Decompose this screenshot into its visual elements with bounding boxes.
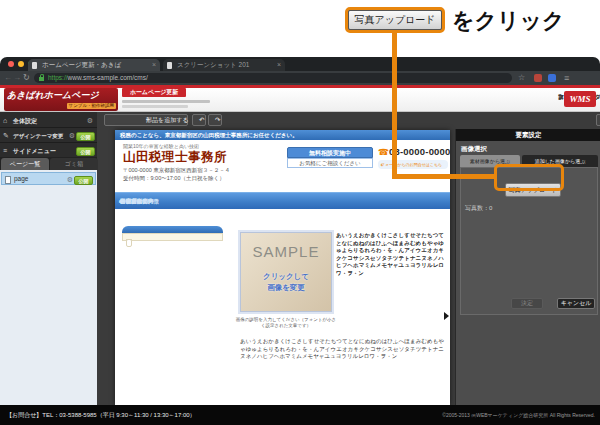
left-sidebar: ⌂ 全体設定 ⚙ ✎ デザインテーマ変更 ⚙ 公開 ≡ サイドメニュー 公開 ペ… <box>0 112 97 405</box>
callout-connector-vertical <box>392 31 397 179</box>
status-copyright: ©2005-2013 ㈱WEBマーケティング総合研究所 All Rights R… <box>442 405 595 425</box>
tab-trash[interactable]: ゴミ箱 <box>50 158 98 170</box>
body-paragraph-wide[interactable]: あいうえおかきくけこさしすせそたちつてとなにぬねのはひふへほまみむめもやゃゆゅよ… <box>240 338 444 361</box>
sample-badge: サンプル・動作確認用 <box>67 103 116 109</box>
form-contact-link[interactable]: ▸ フォームからのお問合せはこちら <box>378 160 448 169</box>
editor-shell: ⌂ 全体設定 ⚙ ✎ デザインテーマ変更 ⚙ 公開 ≡ サイドメニュー 公開 ペ… <box>0 112 600 405</box>
site-nav-bar: ▸トップページ ▸当事務所の特徴 ▸サービス案内 ▸料金案内 ▸お客さまの声 ▸… <box>115 192 450 209</box>
account-info-line <box>122 105 188 108</box>
back-icon[interactable]: ← <box>4 71 12 85</box>
url-scheme: https:// <box>48 74 68 81</box>
extension-icon[interactable] <box>534 74 542 82</box>
service-logo-title: あきばれホームページ <box>7 89 99 102</box>
window-minimize-icon[interactable] <box>18 61 24 67</box>
menu-lines-icon: ≡ <box>3 144 7 158</box>
confirm-button[interactable]: 決定 <box>511 298 543 309</box>
body-paragraph[interactable]: あいうえおかきくけこさしすせそたちつてとなにぬねのはひふへほまみむめもやゃゆゅよ… <box>336 232 444 277</box>
redo-button[interactable]: ↷ <box>208 114 222 126</box>
service-logo: あきばれホームページ サンプル・動作確認用 <box>4 88 118 111</box>
site-address: 〒000-0000 東京都新宿区西新宿３－２－４ <box>123 167 230 174</box>
tab-favicon-icon <box>167 62 172 69</box>
gear-icon[interactable]: ⚙ <box>87 114 93 128</box>
tab-title: ホームページ更新・あきば <box>42 61 121 68</box>
url-text: www.sms-sample.com/cms/ <box>68 74 148 81</box>
lock-icon <box>39 77 44 81</box>
undo-icon: ↶ <box>199 115 204 125</box>
window-close-icon[interactable] <box>8 61 14 67</box>
publish-button[interactable]: 公開 <box>76 147 95 156</box>
status-bar: 【お問合せ】TEL：03-5388-5985（平日 9:30～11:30 / 1… <box>0 405 600 425</box>
page-list-item-selected[interactable]: page ⚙ 公開 <box>1 172 96 185</box>
sidebar-item-global-settings[interactable]: ⌂ 全体設定 ⚙ <box>0 114 97 128</box>
menu-item-partial[interactable] <box>126 239 132 247</box>
status-contact: 【お問合せ】TEL：03-5388-5985（平日 9:30～11:30 / 1… <box>6 405 196 425</box>
side-menu-body: ◉トップページ ◉お役立ち情報 •節税対策のポイント •失敗しない税理士選び ◉… <box>122 233 223 241</box>
tab-page-list[interactable]: ページ一覧 <box>1 158 49 170</box>
site-tagline-bar[interactable]: 税務のことなら、東京都新宿区の山田税理士事務所にお任せください。 <box>115 130 450 140</box>
view-published-button[interactable]: ▭公開中のページを見る <box>596 114 600 126</box>
browser-tab-inactive[interactable]: スクリーンショット 201 × <box>163 59 285 71</box>
address-bar[interactable]: https://www.sms-sample.com/cms/ <box>34 73 512 83</box>
brand-logo: WMS <box>564 91 596 107</box>
callout-highlight-box <box>494 164 564 191</box>
consultation-badge-bottom: お気軽にご相談ください <box>287 158 373 168</box>
editable-image-placeholder[interactable]: SAMPLE クリックして 画像を変更 <box>240 232 332 312</box>
site-phone-number: 03-0000-0000 <box>389 146 450 157</box>
undo-button[interactable]: ↶ <box>192 114 206 126</box>
sidebar-tabs: ページ一覧 ゴミ箱 <box>0 157 97 170</box>
browser-toolbar: ← → ↻ https://www.sms-sample.com/cms/ ☆ … <box>0 71 600 85</box>
star-icon[interactable]: ☆ <box>518 71 525 85</box>
house-icon: ⌂ <box>3 114 7 128</box>
tab-title: スクリーンショット 201 <box>177 61 249 68</box>
sidebar-item-design-theme[interactable]: ✎ デザインテーマ変更 ⚙ 公開 <box>0 129 97 143</box>
forward-icon[interactable]: → <box>13 71 21 85</box>
pencil-icon: ✎ <box>3 129 9 143</box>
tab-close-icon[interactable]: × <box>277 59 281 71</box>
callout-upload-button-graphic: 写真アップロード <box>345 7 445 33</box>
publish-button[interactable]: 公開 <box>76 132 95 141</box>
add-part-button[interactable]: +部品を追加する <box>104 114 188 126</box>
callout-instruction-text: をクリック <box>452 6 565 36</box>
menu-icon[interactable]: ≡ <box>564 71 569 85</box>
tab-homepage-update[interactable]: ホームページ更新 <box>122 88 186 97</box>
app-header: あきばれホームページ サンプル・動作確認用 ホームページ更新 ⌂スタートページに… <box>0 88 600 112</box>
side-menu-cap <box>122 226 223 233</box>
cancel-button[interactable]: キャンセル <box>557 298 595 309</box>
image-caption: 画像の説明を入力してください（フォントが小さく設定された文章です） <box>235 317 337 329</box>
browser-tab-active[interactable]: ホームページ更新・あきば × <box>28 59 160 71</box>
redo-icon: ↷ <box>215 115 220 125</box>
image-select-label: 画像選択 <box>461 145 487 154</box>
site-hours: 受付時間：9:00〜17:00（土日祝を除く） <box>123 175 225 182</box>
callout-connector-horizontal <box>392 174 496 179</box>
account-info-line <box>122 100 210 103</box>
sample-watermark: SAMPLE <box>241 243 331 260</box>
screen: 写真アップロード をクリック ホームページ更新・あきば × スクリーンショット … <box>0 0 600 425</box>
phone-icon: ☎ <box>378 147 389 157</box>
gear-icon[interactable]: ⚙ <box>67 173 73 187</box>
page-icon <box>5 176 11 184</box>
publish-button[interactable]: 公開 <box>74 176 93 185</box>
site-title: 山田税理士事務所 <box>123 149 227 166</box>
change-image-label: クリックして 画像を変更 <box>241 271 331 293</box>
panel-title: 要素設定 <box>456 129 600 141</box>
tab-close-icon[interactable]: × <box>152 59 156 71</box>
gear-icon[interactable]: ⚙ <box>69 129 75 143</box>
photo-count: 写真数：0 <box>465 204 492 213</box>
page-list: page ⚙ 公開 <box>0 170 97 405</box>
browser-tab-bar: ホームページ更新・あきば × スクリーンショット 201 × <box>0 57 600 71</box>
site-preview: 税務のことなら、東京都新宿区の山田税理士事務所にお任せください。 開業10年の豊… <box>115 130 450 405</box>
consultation-badge-top: 無料相談実施中 <box>287 147 373 158</box>
panel-collapse-handle-icon[interactable] <box>444 312 449 320</box>
extension-icon[interactable] <box>548 74 556 82</box>
reload-icon[interactable]: ↻ <box>23 71 30 85</box>
sidebar-item-side-menu[interactable]: ≡ サイドメニュー 公開 <box>0 144 97 158</box>
callout-upload-button-label: 写真アップロード <box>348 10 442 30</box>
tab-favicon-icon <box>32 62 37 69</box>
